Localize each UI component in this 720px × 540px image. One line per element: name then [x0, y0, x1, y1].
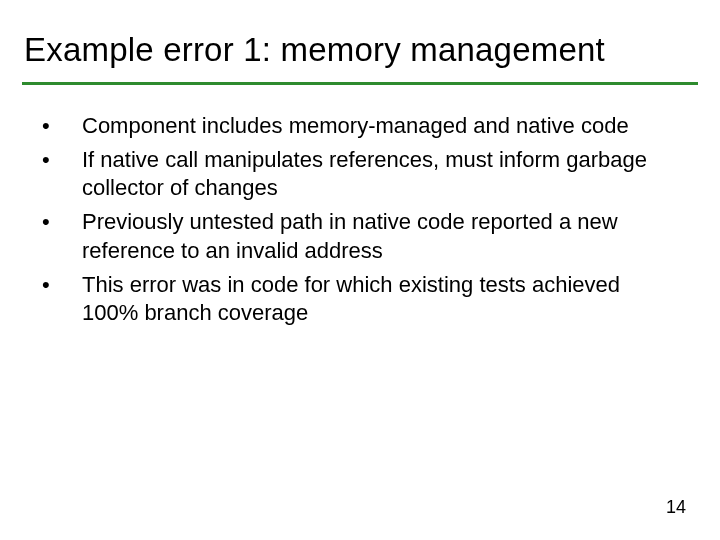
bullet-icon: •	[38, 208, 82, 236]
list-item: • Previously untested path in native cod…	[38, 208, 674, 264]
bullet-text: If native call manipulates references, m…	[82, 146, 674, 202]
bullet-list: • Component includes memory-managed and …	[38, 112, 674, 327]
bullet-icon: •	[38, 146, 82, 174]
bullet-text: Component includes memory-managed and na…	[82, 112, 674, 140]
bullet-text: Previously untested path in native code …	[82, 208, 674, 264]
bullet-icon: •	[38, 271, 82, 299]
slide-body: • Component includes memory-managed and …	[38, 112, 674, 333]
list-item: • This error was in code for which exist…	[38, 271, 674, 327]
list-item: • Component includes memory-managed and …	[38, 112, 674, 140]
list-item: • If native call manipulates references,…	[38, 146, 674, 202]
bullet-icon: •	[38, 112, 82, 140]
slide-title: Example error 1: memory management	[24, 32, 696, 68]
bullet-text: This error was in code for which existin…	[82, 271, 674, 327]
title-rule	[22, 82, 698, 85]
page-number: 14	[666, 497, 686, 518]
slide: Example error 1: memory management • Com…	[0, 0, 720, 540]
